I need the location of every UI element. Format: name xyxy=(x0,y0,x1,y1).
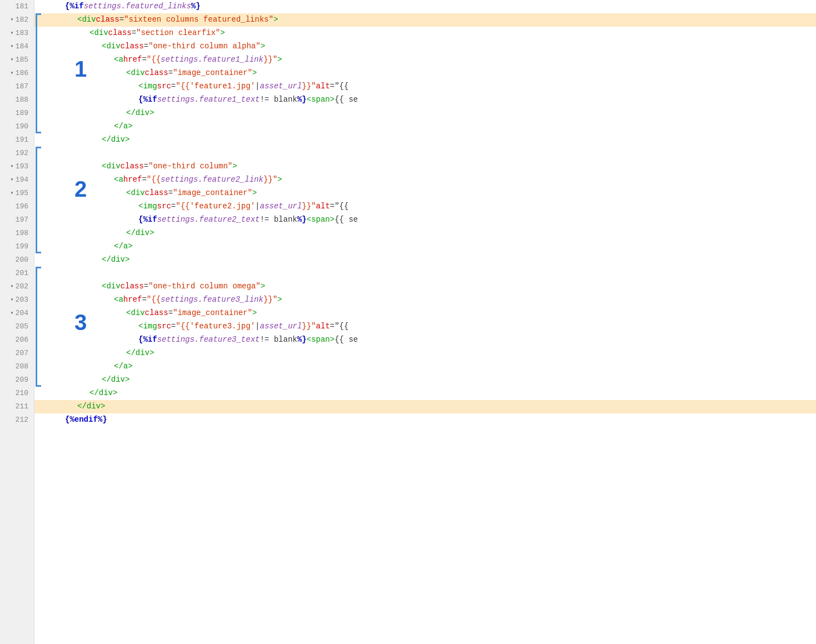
code-line xyxy=(34,267,816,280)
line-number: ▾183 xyxy=(0,27,34,40)
line-number: 209 xyxy=(0,373,34,387)
code-line: </div> xyxy=(34,400,816,413)
line-number: 192 xyxy=(0,147,34,160)
bracket-indicator xyxy=(36,147,37,160)
line-number: ▾194 xyxy=(0,173,34,187)
line-numbers: 181▾182▾183▾184▾185▾18618718818919019119… xyxy=(0,0,34,644)
line-number: ▾195 xyxy=(0,187,34,200)
line-number: 188 xyxy=(0,93,34,107)
bracket-indicator xyxy=(36,13,37,27)
bracket-indicator xyxy=(36,227,37,240)
line-number: ▾203 xyxy=(0,293,34,307)
code-line: </a> xyxy=(34,360,816,373)
line-number: 206 xyxy=(0,333,34,347)
bracket-indicator xyxy=(36,307,37,320)
code-line: <div class="section clearfix"> xyxy=(34,27,816,40)
code-line xyxy=(34,147,816,160)
code-line: <div class="image_container"> xyxy=(34,67,816,80)
code-line: {% if settings.featured_links %} xyxy=(34,0,816,13)
code-line: <div class="one-third column omega"> xyxy=(34,280,816,293)
code-line: {% if settings.feature3_text != blank %}… xyxy=(34,333,816,347)
bracket-indicator xyxy=(36,347,37,360)
code-line: <img src="{{ 'feature1.jpg' | asset_url … xyxy=(34,80,816,93)
code-line: </div> xyxy=(34,347,816,360)
bracket-indicator xyxy=(36,213,37,227)
code-content: {% if settings.featured_links %}<div cla… xyxy=(34,0,816,427)
line-number: 199 xyxy=(0,240,34,253)
line-number: 205 xyxy=(0,320,34,333)
line-number: 200 xyxy=(0,253,34,267)
code-line: </a> xyxy=(34,240,816,253)
bracket-indicator xyxy=(36,27,37,40)
code-line: <div class="sixteen columns featured_lin… xyxy=(34,13,816,27)
bracket-indicator xyxy=(36,187,37,200)
line-number: 212 xyxy=(0,413,34,427)
code-line: {% endif %} xyxy=(34,413,816,427)
bracket-indicator xyxy=(36,320,37,333)
code-line: </div> xyxy=(34,133,816,147)
code-line: {% if settings.feature2_text != blank %}… xyxy=(34,213,816,227)
code-line: {% if settings.feature1_text != blank %}… xyxy=(34,93,816,107)
code-line: <div class="one-third column"> xyxy=(34,160,816,173)
bracket-indicator xyxy=(36,67,37,80)
code-line: </div> xyxy=(34,253,816,267)
code-line: </div> xyxy=(34,227,816,240)
code-line: <div class="one-third column alpha"> xyxy=(34,40,816,53)
code-line: <img src="{{ 'feature3.jpg' | asset_url … xyxy=(34,320,816,333)
line-number: 198 xyxy=(0,227,34,240)
code-line: <a href="{{ settings.feature1_link }}"> xyxy=(34,53,816,67)
line-number: 187 xyxy=(0,80,34,93)
code-line: </a> xyxy=(34,120,816,133)
bracket-indicator xyxy=(36,93,37,107)
line-number: 191 xyxy=(0,133,34,147)
line-number: 190 xyxy=(0,120,34,133)
code-line: <img src="{{ 'feature2.jpg' | asset_url … xyxy=(34,200,816,213)
line-number: ▾182 xyxy=(0,13,34,27)
line-number: ▾186 xyxy=(0,67,34,80)
bracket-indicator xyxy=(36,53,37,67)
line-number: ▾193 xyxy=(0,160,34,173)
bracket-indicator xyxy=(36,40,37,53)
code-line: <a href="{{ settings.feature3_link }}"> xyxy=(34,293,816,307)
code-editor: 181▾182▾183▾184▾185▾18618718818919019119… xyxy=(0,0,816,644)
bracket-indicator xyxy=(36,200,37,213)
line-number: ▾185 xyxy=(0,53,34,67)
code-line: </div> xyxy=(34,107,816,120)
line-number: ▾184 xyxy=(0,40,34,53)
code-line: <div class="image_container"> xyxy=(34,307,816,320)
bracket-indicator xyxy=(36,293,37,307)
line-number: 207 xyxy=(0,347,34,360)
bracket-indicator xyxy=(36,160,37,173)
line-number: ▾204 xyxy=(0,307,34,320)
line-number: 181 xyxy=(0,0,34,13)
bracket-indicator xyxy=(36,80,37,93)
bracket-indicator xyxy=(36,360,37,373)
line-number: 208 xyxy=(0,360,34,373)
bracket-indicator xyxy=(36,173,37,187)
code-line: <a href="{{ settings.feature2_link }}"> xyxy=(34,173,816,187)
line-number: 197 xyxy=(0,213,34,227)
line-number: 189 xyxy=(0,107,34,120)
code-line: <div class="image_container"> xyxy=(34,187,816,200)
code-line: </div> xyxy=(34,373,816,387)
line-number: 196 xyxy=(0,200,34,213)
line-number: 211 xyxy=(0,400,34,413)
bracket-indicator xyxy=(36,333,37,347)
line-number: 210 xyxy=(0,387,34,400)
bracket-indicator xyxy=(36,267,37,280)
line-number: 201 xyxy=(0,267,34,280)
line-number: ▾202 xyxy=(0,280,34,293)
bracket-indicator xyxy=(36,107,37,120)
code-line: </div> xyxy=(34,387,816,400)
bracket-indicator xyxy=(36,280,37,293)
